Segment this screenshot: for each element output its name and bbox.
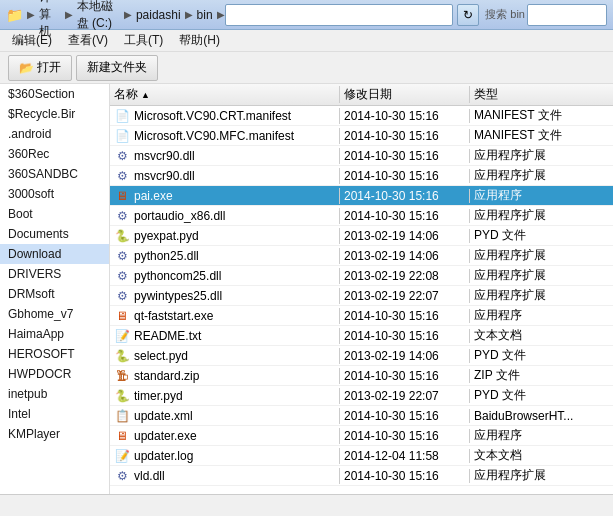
open-label: 打开 [37, 59, 61, 76]
sidebar-item-boot[interactable]: Boot [0, 204, 109, 224]
file-type-cell: 应用程序扩展 [470, 287, 613, 304]
col-header-date[interactable]: 修改日期 [340, 86, 470, 103]
col-header-name[interactable]: 名称 ▲ [110, 86, 340, 103]
file-type-cell: ZIP 文件 [470, 367, 613, 384]
breadcrumb-sep2: ▶ [65, 9, 73, 20]
table-row[interactable]: ⚙ portaudio_x86.dll 2014-10-30 15:16 应用程… [110, 206, 613, 226]
file-date-cell: 2013-02-19 14:06 [340, 229, 470, 243]
sidebar-item-3000soft[interactable]: 3000soft [0, 184, 109, 204]
breadcrumb-paidashi[interactable]: paidashi [136, 8, 181, 22]
file-name-text: Microsoft.VC90.CRT.manifest [134, 109, 291, 123]
file-name-cell: 📋 update.xml [110, 408, 340, 424]
sidebar-item-360sandbc[interactable]: 360SANDBC [0, 164, 109, 184]
sidebar-item-recycle[interactable]: $Recycle.Bir [0, 104, 109, 124]
sidebar-item-360rec[interactable]: 360Rec [0, 144, 109, 164]
file-name-cell: 📝 README.txt [110, 328, 340, 344]
sidebar-item-drivers[interactable]: DRIVERS [0, 264, 109, 284]
file-name-cell: ⚙ pywintypes25.dll [110, 288, 340, 304]
sidebar-item-kmplayer[interactable]: KMPlayer [0, 424, 109, 444]
table-row[interactable]: 🐍 timer.pyd 2013-02-19 22:07 PYD 文件 [110, 386, 613, 406]
menu-tools[interactable]: 工具(T) [116, 30, 171, 51]
sidebar-item-haimaapp[interactable]: HaimaApp [0, 324, 109, 344]
table-row[interactable]: 🗜 standard.zip 2014-10-30 15:16 ZIP 文件 [110, 366, 613, 386]
file-name-text: updater.exe [134, 429, 197, 443]
file-icon: 📝 [114, 328, 130, 344]
table-row[interactable]: 🐍 select.pyd 2013-02-19 14:06 PYD 文件 [110, 346, 613, 366]
open-button[interactable]: 📂 打开 [8, 55, 72, 81]
table-row[interactable]: 🐍 pyexpat.pyd 2013-02-19 14:06 PYD 文件 [110, 226, 613, 246]
address-bar[interactable] [225, 4, 454, 26]
file-name-text: msvcr90.dll [134, 149, 195, 163]
table-row[interactable]: 📝 updater.log 2014-12-04 11:58 文本文档 [110, 446, 613, 466]
table-row[interactable]: 📝 README.txt 2014-10-30 15:16 文本文档 [110, 326, 613, 346]
file-name-text: timer.pyd [134, 389, 183, 403]
table-row[interactable]: 🖥 qt-faststart.exe 2014-10-30 15:16 应用程序 [110, 306, 613, 326]
table-row[interactable]: 📄 Microsoft.VC90.CRT.manifest 2014-10-30… [110, 106, 613, 126]
sidebar-item-documents[interactable]: Documents [0, 224, 109, 244]
file-type-cell: 应用程序扩展 [470, 207, 613, 224]
sidebar-item-inetpub[interactable]: inetpub [0, 384, 109, 404]
file-type-cell: PYD 文件 [470, 347, 613, 364]
file-name-text: qt-faststart.exe [134, 309, 213, 323]
file-type-cell: 应用程序 [470, 427, 613, 444]
menu-edit[interactable]: 编辑(E) [4, 30, 60, 51]
breadcrumb-drive[interactable]: 本地磁盘 (C:) [77, 0, 120, 32]
file-type-cell: 应用程序扩展 [470, 247, 613, 264]
file-icon: 🐍 [114, 228, 130, 244]
file-date-cell: 2014-10-30 15:16 [340, 429, 470, 443]
sort-arrow-name: ▲ [141, 90, 150, 100]
file-name-text: pyexpat.pyd [134, 229, 199, 243]
file-name-cell: ⚙ python25.dll [110, 248, 340, 264]
sidebar-item-android[interactable]: .android [0, 124, 109, 144]
breadcrumb-sep5: ▶ [217, 9, 225, 20]
file-date-cell: 2014-10-30 15:16 [340, 369, 470, 383]
table-row[interactable]: ⚙ vld.dll 2014-10-30 15:16 应用程序扩展 [110, 466, 613, 486]
new-folder-button[interactable]: 新建文件夹 [76, 55, 158, 81]
sidebar-item-gbhome[interactable]: Gbhome_v7 [0, 304, 109, 324]
file-date-cell: 2014-10-30 15:16 [340, 109, 470, 123]
sidebar-item-360section[interactable]: $360Section [0, 84, 109, 104]
file-type-cell: 应用程序扩展 [470, 267, 613, 284]
file-type-cell: MANIFEST 文件 [470, 127, 613, 144]
file-icon: ⚙ [114, 288, 130, 304]
refresh-button[interactable]: ↻ [457, 4, 479, 26]
file-name-cell: 🖥 qt-faststart.exe [110, 308, 340, 324]
table-row[interactable]: 🖥 updater.exe 2014-10-30 15:16 应用程序 [110, 426, 613, 446]
table-row[interactable]: 📄 Microsoft.VC90.MFC.manifest 2014-10-30… [110, 126, 613, 146]
file-name-cell: 🖥 updater.exe [110, 428, 340, 444]
file-date-cell: 2013-02-19 14:06 [340, 249, 470, 263]
file-name-cell: ⚙ pythoncom25.dll [110, 268, 340, 284]
sidebar-item-download[interactable]: Download [0, 244, 109, 264]
sidebar-item-intel[interactable]: Intel [0, 404, 109, 424]
table-row[interactable]: ⚙ pythoncom25.dll 2013-02-19 22:08 应用程序扩… [110, 266, 613, 286]
sidebar-item-hwpdocr[interactable]: HWPDOCR [0, 364, 109, 384]
toolbar: 📂 打开 新建文件夹 [0, 52, 613, 84]
file-icon: 🗜 [114, 368, 130, 384]
file-icon: 📄 [114, 128, 130, 144]
sidebar: $360Section $Recycle.Bir .android 360Rec… [0, 84, 110, 494]
file-icon: 🐍 [114, 388, 130, 404]
search-input[interactable] [527, 4, 607, 26]
file-type-cell: 应用程序 [470, 187, 613, 204]
menu-help[interactable]: 帮助(H) [171, 30, 228, 51]
sidebar-item-herosoft[interactable]: HEROSOFT [0, 344, 109, 364]
file-type-cell: 应用程序扩展 [470, 167, 613, 184]
file-name-text: pai.exe [134, 189, 173, 203]
breadcrumb-bin[interactable]: bin [197, 8, 213, 22]
file-type-cell: BaiduBrowserHT... [470, 409, 613, 423]
sidebar-item-drmsoft[interactable]: DRMsoft [0, 284, 109, 304]
col-header-type[interactable]: 类型 [470, 86, 613, 103]
file-name-cell: ⚙ msvcr90.dll [110, 168, 340, 184]
table-row[interactable]: ⚙ python25.dll 2013-02-19 14:06 应用程序扩展 [110, 246, 613, 266]
file-icon: 🖥 [114, 428, 130, 444]
file-name-cell: 📄 Microsoft.VC90.MFC.manifest [110, 128, 340, 144]
table-row[interactable]: ⚙ pywintypes25.dll 2013-02-19 22:07 应用程序… [110, 286, 613, 306]
table-row[interactable]: 📋 update.xml 2014-10-30 15:16 BaiduBrows… [110, 406, 613, 426]
table-row[interactable]: ⚙ msvcr90.dll 2014-10-30 15:16 应用程序扩展 [110, 166, 613, 186]
file-name-text: vld.dll [134, 469, 165, 483]
table-row[interactable]: ⚙ msvcr90.dll 2014-10-30 15:16 应用程序扩展 [110, 146, 613, 166]
file-icon: ⚙ [114, 148, 130, 164]
table-row[interactable]: 🖥 pai.exe 2014-10-30 15:16 应用程序 [110, 186, 613, 206]
folder-icon: 📁 [6, 7, 23, 23]
menu-view[interactable]: 查看(V) [60, 30, 116, 51]
